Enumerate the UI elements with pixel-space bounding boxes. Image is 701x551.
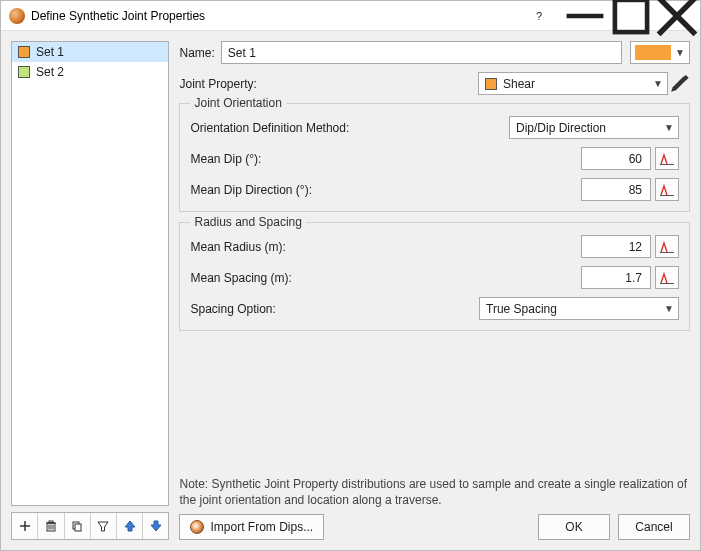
import-from-dips-button[interactable]: Import From Dips... — [179, 514, 324, 540]
mean-dipdir-label: Mean Dip Direction (°): — [190, 183, 581, 197]
set-item-1[interactable]: Set 1 — [12, 42, 168, 62]
svg-marker-16 — [151, 521, 161, 531]
mean-spacing-label: Mean Spacing (m): — [190, 271, 581, 285]
mean-dip-input[interactable] — [581, 147, 651, 170]
name-input[interactable] — [221, 41, 622, 64]
window-title: Define Synthetic Joint Properties — [31, 9, 205, 23]
mean-dip-label: Mean Dip (°): — [190, 152, 581, 166]
svg-rect-1 — [615, 0, 647, 32]
add-set-button[interactable] — [12, 513, 38, 539]
set-swatch-icon — [18, 66, 30, 78]
set-item-label: Set 2 — [36, 65, 64, 79]
move-up-button[interactable] — [117, 513, 143, 539]
radius-distribution-button[interactable] — [655, 235, 679, 258]
orientation-method-label: Orientation Definition Method: — [190, 121, 509, 135]
chevron-down-icon: ▼ — [664, 122, 674, 133]
chevron-down-icon: ▼ — [664, 303, 674, 314]
group-legend: Joint Orientation — [190, 96, 285, 110]
joint-property-value: Shear — [503, 77, 647, 91]
joint-property-label: Joint Property: — [179, 77, 256, 91]
svg-rect-11 — [49, 521, 53, 523]
dipdir-distribution-button[interactable] — [655, 178, 679, 201]
color-picker[interactable]: ▼ — [630, 41, 690, 64]
move-down-button[interactable] — [143, 513, 168, 539]
svg-marker-14 — [98, 522, 108, 531]
chevron-down-icon: ▼ — [653, 78, 663, 89]
edit-joint-property-button[interactable] — [668, 73, 690, 95]
joint-property-select[interactable]: Shear ▼ — [478, 72, 668, 95]
app-icon — [9, 8, 25, 24]
minimize-button[interactable] — [562, 1, 608, 31]
joint-property-swatch-icon — [485, 78, 497, 90]
maximize-button[interactable] — [608, 1, 654, 31]
set-list[interactable]: Set 1 Set 2 — [11, 41, 169, 506]
name-label: Name: — [179, 46, 214, 60]
chevron-down-icon: ▼ — [675, 47, 685, 58]
copy-set-button[interactable] — [65, 513, 91, 539]
delete-set-button[interactable] — [38, 513, 64, 539]
set-toolbar — [11, 512, 169, 540]
mean-spacing-input[interactable] — [581, 266, 651, 289]
spacing-option-select[interactable]: True Spacing ▼ — [479, 297, 679, 320]
help-button[interactable]: ? — [516, 1, 562, 31]
set-item-2[interactable]: Set 2 — [12, 62, 168, 82]
note-text: Note: Synthetic Joint Property distribut… — [179, 476, 690, 508]
mean-dipdir-input[interactable] — [581, 178, 651, 201]
dips-icon — [190, 520, 204, 534]
set-swatch-icon — [18, 46, 30, 58]
group-legend: Radius and Spacing — [190, 215, 305, 229]
svg-marker-15 — [125, 521, 135, 531]
spacing-option-label: Spacing Option: — [190, 302, 479, 316]
ok-button[interactable]: OK — [538, 514, 610, 540]
titlebar: Define Synthetic Joint Properties ? — [1, 1, 700, 31]
dialog-window: Define Synthetic Joint Properties ? Set … — [0, 0, 701, 551]
color-swatch-icon — [635, 45, 671, 60]
dip-distribution-button[interactable] — [655, 147, 679, 170]
orientation-method-select[interactable]: Dip/Dip Direction ▼ — [509, 116, 679, 139]
mean-radius-label: Mean Radius (m): — [190, 240, 581, 254]
joint-orientation-group: Joint Orientation Orientation Definition… — [179, 103, 690, 212]
close-button[interactable] — [654, 1, 700, 31]
svg-rect-13 — [75, 524, 81, 531]
filter-button[interactable] — [91, 513, 117, 539]
set-item-label: Set 1 — [36, 45, 64, 59]
cancel-button[interactable]: Cancel — [618, 514, 690, 540]
mean-radius-input[interactable] — [581, 235, 651, 258]
spacing-distribution-button[interactable] — [655, 266, 679, 289]
radius-spacing-group: Radius and Spacing Mean Radius (m): Mean… — [179, 222, 690, 331]
